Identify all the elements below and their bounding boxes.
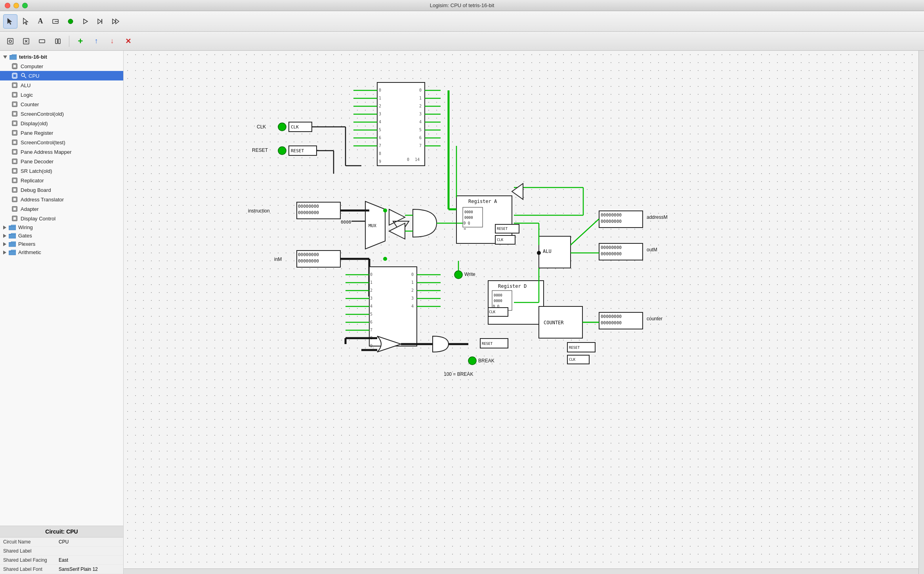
svg-rect-41 [13, 103, 16, 106]
svg-text:2: 2 [379, 104, 381, 108]
add-input-tool[interactable] [48, 14, 63, 29]
svg-rect-19 [13, 65, 16, 68]
sidebar-item-sr-latch[interactable]: SR Latch(old) [0, 166, 123, 176]
x-icon: ✕ [125, 37, 131, 46]
svg-text:CLK: CLK [291, 124, 299, 130]
svg-text:6: 6 [379, 136, 381, 140]
item-label: Counter [21, 101, 39, 107]
svg-text:4: 4 [370, 304, 372, 308]
svg-point-197 [468, 357, 476, 365]
svg-text:RESET: RESET [569, 346, 580, 350]
sidebar-item-pane-register[interactable]: Pane Register [0, 128, 123, 138]
toolbar-separator [69, 36, 69, 47]
chip-svg-dc [11, 215, 18, 222]
svg-text:00000000: 00000000 [298, 258, 319, 264]
remove-button[interactable]: ✕ [121, 34, 135, 48]
svg-text:1: 1 [370, 280, 372, 285]
svg-text:CLK: CLK [569, 358, 576, 362]
wiring-triangle [3, 226, 6, 230]
add-output-tool[interactable] [63, 14, 78, 29]
plexers-triangle [3, 242, 6, 246]
svg-rect-27 [13, 74, 16, 77]
vertical-scrollbar[interactable] [918, 51, 924, 574]
tool2-zoom[interactable] [35, 34, 49, 48]
sim-tick-tool[interactable] [94, 14, 108, 29]
pointer-tool[interactable] [3, 14, 17, 29]
sim-run-icon [112, 17, 120, 25]
sidebar-item-pane-address-mapper[interactable]: Pane Address Mapper [0, 147, 123, 157]
svg-text:00000000: 00000000 [601, 219, 622, 224]
sidebar-item-screencontrol-test[interactable]: ScreenControl(test) [0, 138, 123, 147]
sidebar-item-display-old[interactable]: Display(old) [0, 119, 123, 128]
arithmetic-triangle [3, 251, 6, 254]
svg-text:counter: counter [647, 316, 662, 321]
prop-circuit-name: Circuit Name CPU [0, 538, 123, 547]
close-button[interactable] [5, 3, 10, 8]
svg-text:0: 0 [379, 88, 381, 92]
text-tool[interactable]: A [33, 14, 48, 29]
sidebar-item-display-control[interactable]: Display Control [0, 214, 123, 223]
add-button[interactable]: + [73, 34, 88, 48]
sidebar-folder-plexers[interactable]: Plexers [0, 240, 123, 248]
sidebar-folder-wiring[interactable]: Wiring [0, 223, 123, 232]
svg-text:RESET: RESET [482, 342, 493, 346]
minimize-button[interactable] [13, 3, 19, 8]
sidebar-item-logic[interactable]: Logic [0, 90, 123, 99]
wiring-folder-icon [9, 225, 16, 230]
sidebar-item-counter[interactable]: Counter [0, 99, 123, 109]
sidebar-item-screencontrol-old[interactable]: ScreenControl(old) [0, 109, 123, 119]
svg-text:100 = BREAK: 100 = BREAK [444, 371, 473, 377]
sidebar-item-replicator[interactable]: Replicator [0, 176, 123, 185]
sim-run-tool[interactable] [109, 14, 123, 29]
svg-text:5: 5 [419, 128, 422, 132]
sidebar-item-debug-board[interactable]: Debug Board [0, 185, 123, 195]
up-button[interactable]: ↑ [89, 34, 103, 48]
svg-text:5: 5 [379, 128, 381, 132]
svg-rect-66 [377, 82, 425, 166]
gates-label: Gates [18, 233, 32, 239]
select-tool[interactable] [18, 14, 32, 29]
item-label: Logic [21, 92, 33, 98]
svg-text:1: 1 [419, 96, 422, 100]
arithmetic-folder-icon [9, 250, 16, 255]
tool2-layout[interactable] [51, 34, 65, 48]
sidebar-item-adapter[interactable]: Adapter [0, 204, 123, 214]
svg-rect-17 [58, 39, 60, 44]
plexers-label: Plexers [18, 241, 35, 247]
svg-rect-53 [13, 160, 16, 163]
down-button[interactable]: ↓ [105, 34, 119, 48]
svg-text:9: 9 [370, 344, 372, 348]
svg-point-231 [537, 251, 541, 255]
sim-step-tool[interactable] [78, 14, 93, 29]
sidebar-item-cpu[interactable]: CPU [0, 71, 123, 80]
item-label: Adapter [21, 206, 39, 212]
prop-label-shared-label-facing: Shared Label Facing [3, 557, 59, 563]
canvas-area[interactable]: .wire { stroke: #00bb00; stroke-width: 2… [124, 51, 924, 574]
sidebar-root[interactable]: tetris-16-bit [0, 52, 123, 61]
item-label-cpu: CPU [29, 73, 39, 79]
tool2-explore[interactable] [3, 34, 17, 48]
svg-rect-47 [13, 131, 16, 134]
svg-rect-39 [13, 93, 16, 96]
maximize-button[interactable] [22, 3, 28, 8]
plus-icon: + [78, 36, 83, 46]
tool2-hand[interactable] [19, 34, 33, 48]
sidebar-item-pane-decoder[interactable]: Pane Decoder [0, 157, 123, 166]
item-label: Replicator [21, 178, 44, 184]
svg-text:0000: 0000 [494, 293, 502, 297]
horizontal-scrollbar[interactable] [124, 568, 918, 574]
svg-point-191 [454, 271, 462, 279]
prop-shared-label-facing: Shared Label Facing East [0, 556, 123, 565]
chip-icon-replicator [11, 177, 18, 184]
sidebar-folder-gates[interactable]: Gates [0, 232, 123, 240]
svg-text:9: 9 [379, 159, 381, 164]
sidebar-item-alu[interactable]: ALU [0, 80, 123, 90]
chip-svg-counter [11, 101, 18, 107]
sidebar-item-computer[interactable]: Computer [0, 61, 123, 71]
pointer-icon [6, 17, 14, 25]
svg-marker-228 [512, 184, 523, 199]
sidebar-folder-arithmetic[interactable]: Arithmetic [0, 248, 123, 256]
svg-rect-51 [13, 150, 16, 153]
sidebar-item-address-translator[interactable]: Address Translator [0, 195, 123, 204]
window-title: Logisim: CPU of tetris-16-bit [430, 2, 494, 8]
